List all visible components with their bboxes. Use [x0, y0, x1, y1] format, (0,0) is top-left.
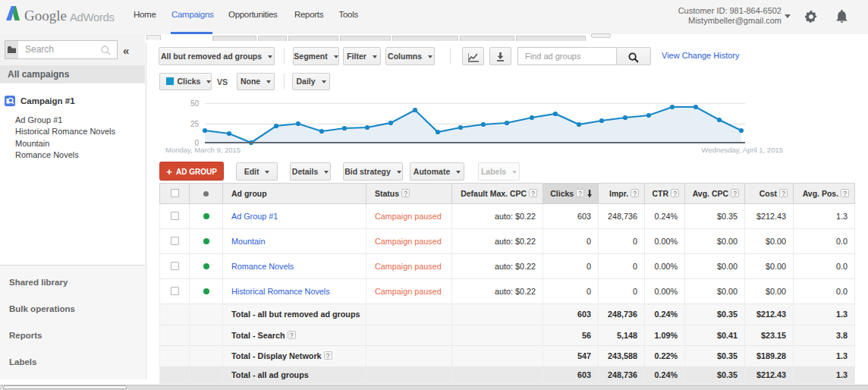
svg-text:Wednesday, April 1, 2015: Wednesday, April 1, 2015	[702, 146, 783, 154]
svg-text:50: 50	[190, 99, 200, 108]
svg-text:Monday, March 9, 2015: Monday, March 9, 2015	[165, 146, 241, 154]
svg-text:25: 25	[190, 120, 200, 128]
